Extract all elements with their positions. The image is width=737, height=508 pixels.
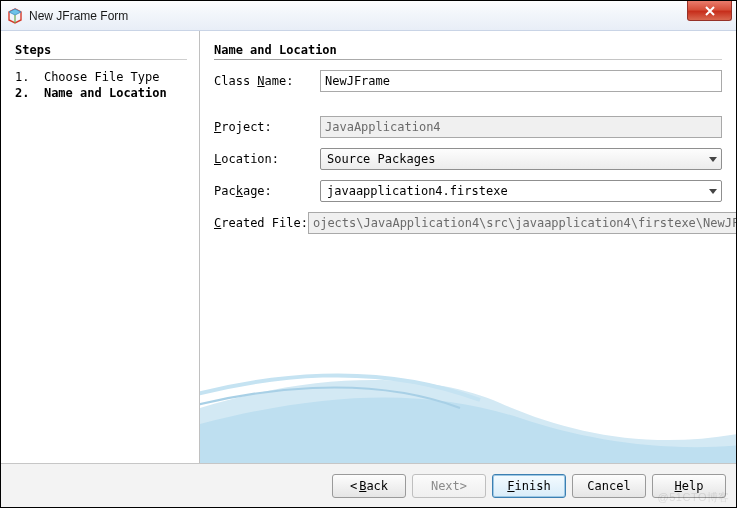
next-button: Next >: [412, 474, 486, 498]
row-location: Location: Source Packages: [214, 148, 722, 170]
steps-heading-rule: [15, 59, 187, 60]
created-file-readonly: ojects\JavaApplication4\src\javaapplicat…: [308, 212, 736, 234]
form-heading: Name and Location: [214, 43, 722, 57]
chevron-down-icon: [709, 189, 717, 194]
step-item: 1. Choose File Type: [15, 70, 187, 84]
window-title: New JFrame Form: [29, 9, 128, 23]
row-project: Project: JavaApplication4: [214, 116, 722, 138]
back-button[interactable]: < Back: [332, 474, 406, 498]
finish-button[interactable]: Finish: [492, 474, 566, 498]
titlebar: New JFrame Form: [1, 1, 736, 31]
step-item-current: 2. Name and Location: [15, 86, 187, 100]
label-class-name: Class Name:: [214, 74, 320, 88]
row-created-file: Created File: ojects\JavaApplication4\sr…: [214, 212, 722, 234]
help-button[interactable]: Help: [652, 474, 726, 498]
window-controls: [688, 1, 732, 21]
decorative-swoosh: [200, 308, 736, 463]
row-class-name: Class Name:: [214, 70, 722, 92]
button-bar: < Back Next > Finish Cancel Help @51CTO博…: [1, 463, 736, 507]
steps-panel: Steps 1. Choose File Type 2. Name and Lo…: [1, 31, 199, 463]
form-heading-rule: [214, 59, 722, 60]
row-package: Package: javaapplication4.firstexe: [214, 180, 722, 202]
location-combo-value: Source Packages: [327, 152, 435, 166]
label-location: Location:: [214, 152, 320, 166]
steps-list: 1. Choose File Type 2. Name and Location: [15, 70, 187, 100]
package-combo-value: javaapplication4.firstexe: [327, 184, 508, 198]
steps-heading: Steps: [15, 43, 187, 57]
client-area: Steps 1. Choose File Type 2. Name and Lo…: [1, 31, 736, 463]
form-panel: Name and Location Class Name: Project:: [200, 31, 736, 463]
close-button[interactable]: [687, 1, 732, 21]
chevron-down-icon: [709, 157, 717, 162]
label-project: Project:: [214, 120, 320, 134]
class-name-input[interactable]: [320, 70, 722, 92]
location-combo[interactable]: Source Packages: [320, 148, 722, 170]
package-combo[interactable]: javaapplication4.firstexe: [320, 180, 722, 202]
label-created-file: Created File:: [214, 216, 308, 230]
app-icon: [7, 8, 23, 24]
label-package: Package:: [214, 184, 320, 198]
cancel-button[interactable]: Cancel: [572, 474, 646, 498]
project-readonly: JavaApplication4: [320, 116, 722, 138]
